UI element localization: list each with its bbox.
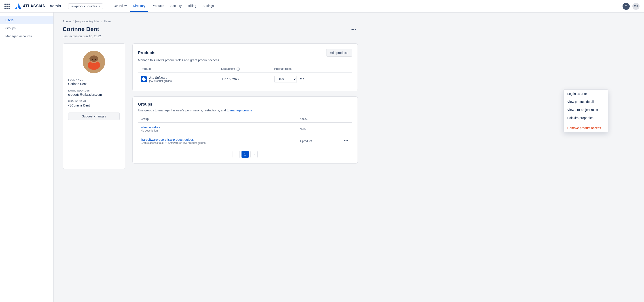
ellipsis-icon: ••• (351, 27, 356, 32)
svg-point-3 (90, 56, 98, 62)
full-name-value: Corinne Dent (68, 82, 120, 86)
groups-section-header: Groups (138, 102, 352, 107)
email-field: Email address croberts@atlassian.com (68, 89, 120, 96)
nav-link-billing[interactable]: Billing (185, 0, 199, 12)
product-role-select[interactable]: User Admin Viewer (274, 76, 297, 83)
content-grid: Full name Corinne Dent Email address cro… (62, 44, 358, 169)
main-content: Admin / jsw-product-guides / Users Corin… (54, 12, 367, 302)
email-value: croberts@atlassian.com (68, 93, 120, 96)
add-products-button[interactable]: Add products (326, 49, 352, 56)
product-name-cell: Jira Software jsw-product-guides (138, 73, 218, 86)
group-access-cell: 1 product ••• (297, 135, 352, 147)
products-section-header: Products Add products (138, 49, 352, 56)
breadcrumb-sep-2: / (102, 20, 102, 23)
nav-link-security[interactable]: Security (168, 0, 184, 12)
group-name-link[interactable]: jira-software-users-jsw-product-guides (141, 138, 194, 142)
profile-avatar (83, 51, 105, 73)
product-role-cell: User Admin Viewer ••• (272, 73, 352, 86)
group-access-cell: Non... (297, 122, 352, 135)
nav-link-directory[interactable]: Directory (130, 0, 148, 12)
page-title: Corinne Dent (62, 26, 99, 33)
suggest-changes-button[interactable]: Suggest changes (68, 112, 120, 120)
last-active-col-header: Last active i (218, 66, 272, 73)
breadcrumb-users[interactable]: Users (104, 20, 112, 23)
table-row: administrators No description Non... (138, 122, 352, 135)
pagination-page-1[interactable]: 1 (242, 151, 249, 158)
atlassian-logo[interactable]: ATLASSIAN (15, 3, 46, 10)
org-name: jsw-product-guides (71, 4, 97, 8)
group-name-cell: jira-software-users-jsw-product-guides G… (138, 135, 297, 147)
groups-section-desc: Use groups to manage this user's permiss… (138, 108, 352, 112)
group-name-link[interactable]: administrators (141, 126, 160, 129)
atlassian-brand-text: ATLASSIAN (23, 4, 46, 8)
next-arrow-icon: › (254, 153, 254, 156)
full-name-label: Full name (68, 78, 120, 81)
pagination: ‹ 1 › (138, 151, 352, 158)
svg-point-5 (95, 59, 96, 60)
dropdown-item-login-as-user[interactable]: Log in as user (564, 90, 608, 98)
dropdown-menu: Log in as userView product detailsView J… (564, 90, 608, 132)
nav-link-overview[interactable]: Overview (111, 0, 129, 12)
right-panel: Products Add products Manage this user's… (132, 44, 358, 169)
profile-card: Full name Corinne Dent Email address cro… (62, 44, 125, 169)
page-more-button[interactable]: ••• (350, 26, 358, 34)
products-section-title: Products (138, 50, 156, 55)
public-name-label: Public name (68, 100, 120, 103)
email-label: Email address (68, 89, 120, 92)
pagination-prev[interactable]: ‹ (232, 151, 240, 158)
org-selector[interactable]: jsw-product-guides ▼ (68, 3, 103, 9)
access-badge: Non... (300, 127, 308, 130)
product-subtitle: jsw-product-guides (149, 80, 172, 82)
access-col-header: Acce... (297, 116, 352, 122)
nav-link-products[interactable]: Products (149, 0, 166, 12)
svg-point-4 (92, 59, 93, 60)
product-last-active-cell: Jun 10, 2022 (218, 73, 272, 86)
jira-software-icon (141, 76, 147, 82)
sidebar-item-managed-accounts[interactable]: Managed accounts (0, 32, 54, 40)
breadcrumb-sep-1: / (73, 20, 74, 23)
groups-section: Groups Use groups to manage this user's … (132, 96, 358, 164)
avatar-image (83, 51, 105, 73)
product-roles-col-header: Product roles (272, 66, 352, 73)
manage-groups-link[interactable]: to manage groups (227, 108, 252, 112)
page-header: Corinne Dent ••• (62, 26, 358, 34)
products-table: Product Last active i Product roles (138, 66, 352, 86)
avatar[interactable]: CD (632, 3, 640, 10)
products-section-desc: Manage this user's product roles and gra… (138, 58, 352, 62)
sidebar-item-users[interactable]: Users (0, 16, 54, 24)
app-switcher-icon[interactable] (4, 4, 10, 9)
public-name-field: Public name @Corinne Dent (68, 100, 120, 107)
breadcrumb-admin[interactable]: Admin (62, 20, 71, 23)
last-active-text: Last active on Jun 10, 2022. (62, 34, 358, 38)
table-row: Jira Software jsw-product-guides Jun 10,… (138, 73, 352, 86)
group-description: No description (141, 129, 294, 132)
sidebar-item-groups[interactable]: Groups (0, 24, 54, 32)
full-name-field: Full name Corinne Dent (68, 78, 120, 86)
sidebar: UsersGroupsManaged accounts (0, 12, 54, 302)
group-row-more-button[interactable]: ••• (342, 138, 350, 144)
app-layout: UsersGroupsManaged accounts Admin / jsw-… (0, 12, 644, 302)
group-col-header: Group (138, 116, 297, 122)
dropdown-item-view-product-details[interactable]: View product details (564, 98, 608, 106)
group-name-cell: administrators No description (138, 122, 297, 135)
last-active-info-icon[interactable]: i (236, 68, 240, 71)
top-navigation: ATLASSIAN Admin jsw-product-guides ▼ Ove… (0, 0, 644, 12)
product-name: Jira Software (149, 76, 172, 80)
nav-link-settings[interactable]: Settings (200, 0, 217, 12)
dropdown-item-view-jira-project-roles[interactable]: View Jira project roles (564, 106, 608, 114)
breadcrumb-org[interactable]: jsw-product-guides (75, 20, 100, 23)
group-description: Grants access to JIRA Software on jsw-pr… (141, 142, 294, 144)
access-badge: 1 product (300, 139, 312, 143)
public-name-value: @Corinne Dent (68, 104, 120, 107)
pagination-next[interactable]: › (250, 151, 258, 158)
admin-label: Admin (50, 4, 61, 8)
dropdown-item-remove-product-access[interactable]: Remove product access (564, 124, 608, 132)
groups-table: Group Acce... administrators No descript… (138, 116, 352, 147)
product-row-more-button[interactable]: ••• (298, 76, 306, 82)
help-button[interactable]: ? (622, 3, 630, 10)
table-row: jira-software-users-jsw-product-guides G… (138, 135, 352, 147)
products-section: Products Add products Manage this user's… (132, 44, 358, 91)
dropdown-item-edit-jira-properties[interactable]: Edit Jira properties (564, 114, 608, 122)
chevron-down-icon: ▼ (98, 5, 100, 8)
prev-arrow-icon: ‹ (236, 153, 236, 156)
